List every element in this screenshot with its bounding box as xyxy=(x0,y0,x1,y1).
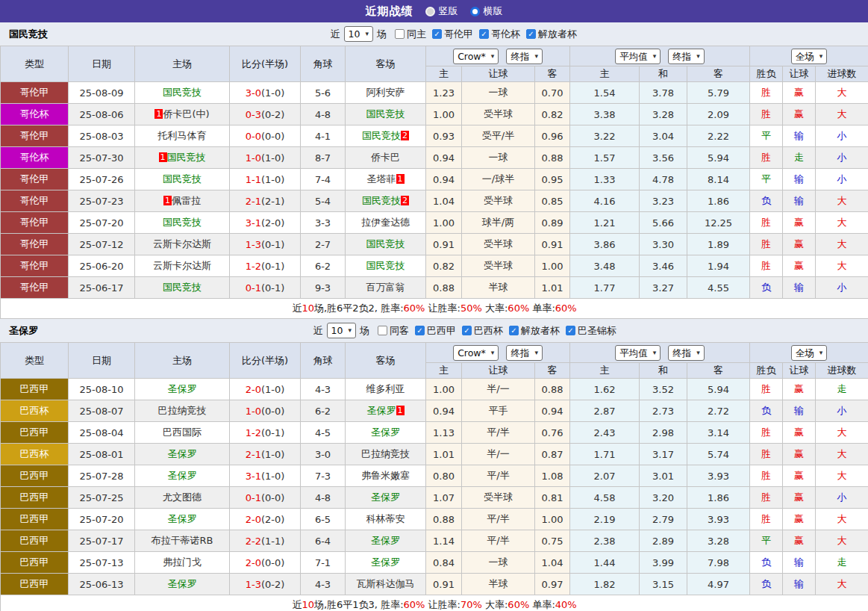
handicap-away-odds: 0.81 xyxy=(535,487,570,509)
avg-draw-odds: 3.17 xyxy=(640,444,687,465)
away-team-cell: 瓦斯科达伽马 xyxy=(346,574,426,595)
match-row: 哥伦甲 25-07-26 国民竞技 1-1(1-0) 7-4 圣塔菲1 0.94… xyxy=(1,169,868,190)
handicap-line: 半球 xyxy=(462,277,535,299)
date-cell: 25-07-20 xyxy=(69,509,135,530)
handicap-line: 半/一 xyxy=(462,379,535,400)
match-row: 哥伦甲 25-08-03 托利马体育 0-0(0-0) 4-1 国民竞技2 0.… xyxy=(1,125,868,147)
handicap-line: 半球 xyxy=(462,574,535,595)
team-name: 瓦斯科达伽马 xyxy=(357,578,415,589)
score-cell: 1-3(0-1) xyxy=(230,234,301,255)
team-name: 圣保罗 xyxy=(371,427,400,438)
column-header: 角球 xyxy=(301,46,346,82)
handicap-away-odds: 0.76 xyxy=(535,422,570,444)
handicap-away-odds: 0.75 xyxy=(535,530,570,552)
team-name: 维多利亚 xyxy=(366,383,405,394)
team-name: 圣保罗 xyxy=(371,535,400,546)
bookmaker-select[interactable]: Crow*▾ xyxy=(453,49,499,64)
avg-draw-odds: 5.66 xyxy=(640,212,687,234)
home-team-cell: 国民竞技 xyxy=(135,169,230,190)
handicap-line: 平/半 xyxy=(462,530,535,552)
avg-away-odds: 2.09 xyxy=(687,104,750,125)
scope-select[interactable]: 全场▾ xyxy=(791,345,828,361)
league-filter-checkbox[interactable]: ✓ xyxy=(462,326,472,335)
handicap-result-cell: 输 xyxy=(783,552,816,574)
same-venue-checkbox[interactable] xyxy=(395,29,405,39)
column-header: 主场 xyxy=(135,343,230,379)
average-odds-select[interactable]: 平均值▾ xyxy=(615,49,661,64)
handicap-home-odds: 0.80 xyxy=(426,465,462,487)
avg-away-odds: 4.97 xyxy=(687,574,750,595)
handicap-line: 一球 xyxy=(462,82,535,104)
europe-odds-group-header: 平均值▾终指▾ xyxy=(570,46,750,66)
goals-result-cell: 大 xyxy=(816,574,868,595)
corner-cell: 6-5 xyxy=(301,509,346,530)
league-filter-checkbox[interactable]: ✓ xyxy=(415,326,425,335)
team-name: 国民竞技 xyxy=(366,108,405,120)
league-filter-label: 哥伦甲 xyxy=(444,28,473,41)
section-team-name: 国民竞技 xyxy=(9,28,48,41)
match-count-select[interactable]: 10▾ xyxy=(344,26,373,42)
avg-away-odds: 1.94 xyxy=(687,255,750,277)
avg-draw-odds: 2.73 xyxy=(640,400,687,422)
home-team-cell: 托利马体育 xyxy=(135,125,230,147)
score-cell: 1-1(1-0) xyxy=(230,169,301,190)
league-cell: 巴西甲 xyxy=(1,574,69,595)
bookmaker-select[interactable]: Crow*▾ xyxy=(453,345,499,361)
handicap-line: 受半球 xyxy=(462,255,535,277)
handicap-home-odds: 0.82 xyxy=(426,255,462,277)
league-filter-checkbox[interactable]: ✓ xyxy=(432,29,442,39)
league-filter-checkbox[interactable]: ✓ xyxy=(566,326,575,335)
handicap-away-odds: 0.96 xyxy=(535,125,570,147)
column-header: 类型 xyxy=(1,343,69,379)
win-draw-loss-cell: 平 xyxy=(750,530,783,552)
away-team-cell: 国民竞技 xyxy=(346,255,426,277)
odds-stage-select[interactable]: 终指▾ xyxy=(668,345,705,361)
handicap-stage-select[interactable]: 终指▾ xyxy=(506,345,543,361)
league-cell: 哥伦甲 xyxy=(1,277,69,299)
scope-select[interactable]: 全场▾ xyxy=(791,49,828,64)
team-name: 国民竞技 xyxy=(366,260,405,271)
league-filter-label: 解放者杯 xyxy=(521,324,560,338)
avg-draw-odds: 3.56 xyxy=(640,147,687,169)
avg-draw-odds: 2.79 xyxy=(640,509,687,530)
league-filter-checkbox[interactable]: ✓ xyxy=(526,29,536,39)
corner-cell: 7-3 xyxy=(301,465,346,487)
avg-away-odds: 1.86 xyxy=(687,487,750,509)
avg-home-odds: 1.57 xyxy=(570,147,640,169)
avg-draw-odds: 3.28 xyxy=(640,104,687,125)
odds-stage-select[interactable]: 终指▾ xyxy=(668,49,705,64)
horizontal-layout-radio[interactable]: 横版 xyxy=(470,4,503,18)
team-name: 云斯卡尔达斯 xyxy=(153,260,211,271)
home-team-cell: 布拉干蒂诺RB xyxy=(135,530,230,552)
handicap-away-odds: 1.00 xyxy=(535,255,570,277)
avg-away-odds: 3.93 xyxy=(687,509,750,530)
corner-cell: 9-3 xyxy=(301,277,346,299)
column-header: 客 xyxy=(687,363,750,379)
column-header: 进球数 xyxy=(816,66,868,82)
avg-away-odds: 4.55 xyxy=(687,277,750,299)
date-cell: 25-08-06 xyxy=(69,104,135,125)
handicap-stage-select[interactable]: 终指▾ xyxy=(506,49,543,64)
league-filter-checkbox[interactable]: ✓ xyxy=(479,29,489,39)
match-count-select[interactable]: 10▾ xyxy=(327,323,356,338)
handicap-result-cell: 赢 xyxy=(783,212,816,234)
vertical-layout-radio[interactable]: 竖版 xyxy=(425,4,458,18)
score-cell: 1-2(0-1) xyxy=(230,255,301,277)
match-row: 巴西甲 25-06-13 圣保罗 1-3(0-2) 4-3 瓦斯科达伽马 0.9… xyxy=(1,574,868,595)
win-draw-loss-cell: 胜 xyxy=(750,444,783,465)
away-team-cell: 百万富翁 xyxy=(346,277,426,299)
date-cell: 25-07-25 xyxy=(69,487,135,509)
average-odds-select[interactable]: 平均值▾ xyxy=(615,345,661,361)
league-cell: 巴西甲 xyxy=(1,465,69,487)
handicap-home-odds: 0.88 xyxy=(426,277,462,299)
home-team-cell: 国民竞技 xyxy=(135,82,230,104)
score-cell: 2-0(1-0) xyxy=(230,379,301,400)
same-venue-checkbox[interactable] xyxy=(378,326,387,335)
score-cell: 3-0(1-0) xyxy=(230,82,301,104)
away-team-cell: 圣保罗 xyxy=(346,422,426,444)
match-row: 巴西甲 25-07-28 圣保罗 3-1(1-0) 7-3 弗鲁米嫩塞 0.80… xyxy=(1,465,868,487)
games-label: 场 xyxy=(360,324,369,338)
league-filter-checkbox[interactable]: ✓ xyxy=(509,326,519,335)
avg-draw-odds: 3.01 xyxy=(640,465,687,487)
column-header: 主场 xyxy=(135,46,230,82)
